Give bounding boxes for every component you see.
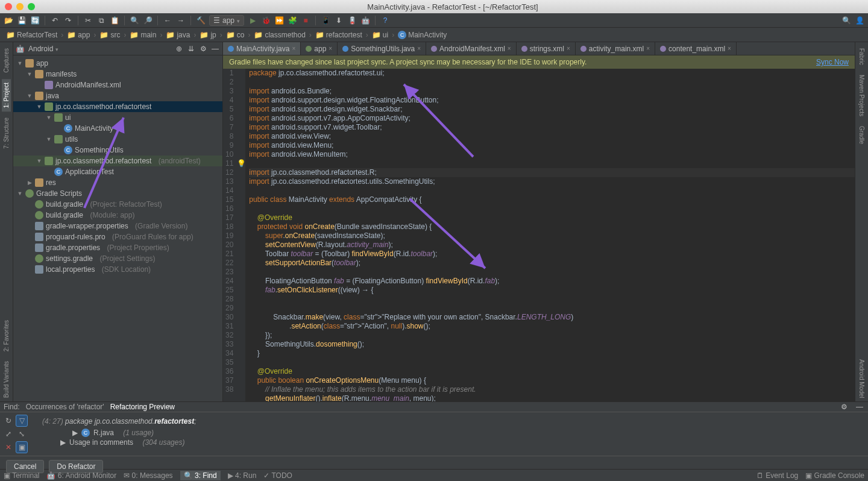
sdk-icon[interactable]: ⬇: [334, 16, 344, 25]
tree-node-manifests[interactable]: ▼manifests: [13, 69, 222, 80]
tab-content-main[interactable]: content_main.xml×: [655, 42, 737, 55]
breadcrumb-item[interactable]: 📁 app: [64, 30, 92, 40]
close-window-button[interactable]: [5, 3, 12, 10]
tree-file-local-props[interactable]: local.properties (SDK Location): [13, 264, 222, 275]
close-icon[interactable]: ×: [329, 45, 332, 52]
breadcrumb-item[interactable]: C MainActivity: [395, 30, 449, 40]
breadcrumb-item[interactable]: 📁 co: [224, 30, 247, 40]
preview-icon[interactable]: ▣: [16, 441, 28, 453]
minimize-window-button[interactable]: [16, 3, 24, 10]
tab-somethingutils[interactable]: SomethingUtils.java×: [338, 42, 426, 55]
status-messages[interactable]: ✉ 0: Messages: [124, 471, 172, 480]
collapse-icon[interactable]: ⤡: [16, 428, 28, 440]
sync-icon[interactable]: 🔄: [30, 16, 40, 25]
breadcrumb-item[interactable]: 📁 main: [127, 30, 159, 40]
tree-node-java[interactable]: ▼java: [13, 90, 222, 101]
left-tab-structure[interactable]: 7: Structure: [2, 114, 11, 152]
right-tab-fabric[interactable]: Fabric: [857, 45, 866, 69]
tree-node-gradle-scripts[interactable]: ▼Gradle Scripts: [13, 188, 222, 199]
avd-icon[interactable]: 📱: [321, 16, 330, 25]
gear-icon[interactable]: ⚙: [839, 402, 849, 412]
find-tab-refactor-preview[interactable]: Refactoring Preview: [110, 403, 175, 411]
open-icon[interactable]: 📂: [4, 16, 13, 25]
breadcrumb-item[interactable]: 📁 refactortest: [313, 30, 365, 40]
back-icon[interactable]: ←: [163, 16, 172, 25]
breadcrumb-item[interactable]: 📁 src: [97, 30, 122, 40]
status-gradle-console[interactable]: ▣ Gradle Console: [805, 471, 864, 480]
tab-app[interactable]: app×: [301, 42, 338, 55]
close-icon[interactable]: ×: [417, 45, 421, 52]
left-tab-project[interactable]: 1: Project: [2, 79, 11, 112]
find-result-row[interactable]: ▶Usage in comments (304 usages): [36, 438, 868, 447]
status-terminal[interactable]: ▣ Terminal: [4, 471, 39, 480]
undo-icon[interactable]: ↶: [50, 16, 60, 25]
debug-icon[interactable]: 🐞: [261, 16, 271, 25]
hide-panel-icon[interactable]: —: [855, 402, 864, 412]
run-config-selector[interactable]: ☰ app: [209, 15, 244, 26]
tree-file-settings-gradle[interactable]: settings.gradle (Project Settings): [13, 253, 222, 264]
tree-node-app[interactable]: ▼app: [13, 58, 222, 69]
tab-manifest[interactable]: AndroidManifest.xml×: [426, 42, 517, 55]
breadcrumb-item[interactable]: 📁 java: [163, 30, 192, 40]
copy-icon[interactable]: ⧉: [96, 16, 106, 25]
code-area[interactable]: package jp.co.classmethod.refactortest.u…: [245, 69, 855, 401]
find-result-row[interactable]: ▶CR.java (1 usage): [36, 428, 868, 438]
expand-icon[interactable]: ⤢: [2, 428, 14, 440]
tree-node-ui[interactable]: ▼ui: [13, 112, 222, 123]
right-tab-maven[interactable]: Maven Projects: [857, 71, 866, 120]
close-icon[interactable]: ×: [728, 45, 731, 52]
status-todo[interactable]: ✓ TODO: [263, 471, 292, 480]
rerun-icon[interactable]: ↻: [2, 415, 14, 427]
collapse-icon[interactable]: ⇊: [186, 44, 196, 54]
tree-node-res[interactable]: ▶res: [13, 177, 222, 188]
tree-node-utils[interactable]: ▼utils: [13, 134, 222, 145]
run-icon[interactable]: ▶: [248, 16, 257, 25]
tree-class-somethingutils[interactable]: CSomethingUtils: [13, 145, 222, 156]
left-tab-build-variants[interactable]: Build Variants: [2, 357, 11, 401]
tree-class-apptest[interactable]: CApplicationTest: [13, 166, 222, 177]
gear-icon[interactable]: ⚙: [198, 44, 208, 54]
tab-strings[interactable]: strings.xml×: [517, 42, 576, 55]
find-tab-occurrences[interactable]: Occurrences of 'refactor': [26, 403, 104, 411]
sync-now-link[interactable]: Sync Now: [816, 58, 849, 66]
code-editor[interactable]: 1234567891011121314151617181920212223242…: [223, 69, 855, 401]
help-icon[interactable]: ?: [380, 16, 390, 25]
breadcrumb-item[interactable]: 📁 ui: [370, 30, 391, 40]
left-tab-captures[interactable]: Captures: [2, 45, 11, 77]
user-icon[interactable]: 👤: [855, 16, 864, 25]
status-android-monitor[interactable]: 🤖 6: Android Monitor: [46, 471, 116, 480]
find-results[interactable]: (4: 27) package jp.co.classmethod.refact…: [36, 412, 868, 456]
ddms-icon[interactable]: 🪫: [347, 16, 357, 25]
tab-activity-main[interactable]: activity_main.xml×: [576, 42, 655, 55]
find-icon[interactable]: 🔍: [130, 16, 139, 25]
remove-icon[interactable]: ✕: [2, 441, 14, 453]
lightbulb-icon[interactable]: 💡: [237, 159, 246, 168]
save-icon[interactable]: 💾: [17, 16, 27, 25]
project-view-mode[interactable]: Android: [28, 45, 58, 53]
find-summary-row[interactable]: (4: 27) package jp.co.classmethod.refact…: [36, 415, 868, 428]
breadcrumb-item[interactable]: 📁 jp: [197, 30, 218, 40]
right-tab-android-model[interactable]: Android Model: [857, 356, 866, 401]
hide-panel-icon[interactable]: —: [210, 44, 220, 54]
close-icon[interactable]: ×: [292, 45, 295, 52]
close-icon[interactable]: ×: [508, 45, 511, 52]
close-icon[interactable]: ×: [567, 45, 570, 52]
tree-node-pkg-main[interactable]: ▼jp.co.classmethod.refactortest: [13, 101, 222, 112]
stop-icon[interactable]: ■: [301, 16, 310, 25]
forward-icon[interactable]: →: [176, 16, 186, 25]
attach-icon[interactable]: 🧩: [288, 16, 297, 25]
filter-icon[interactable]: ▽: [16, 415, 28, 427]
cut-icon[interactable]: ✂: [83, 16, 93, 25]
replace-icon[interactable]: 🔎: [143, 16, 153, 25]
tree-file-gradle[interactable]: gradle-wrapper.properties (Gradle Versio…: [13, 221, 222, 231]
zoom-window-button[interactable]: [28, 3, 35, 10]
tree-file-manifest[interactable]: AndroidManifest.xml: [13, 80, 222, 90]
project-tree[interactable]: ▼app ▼manifests AndroidManifest.xml ▼jav…: [13, 55, 222, 401]
search-everywhere-icon[interactable]: 🔍: [841, 16, 851, 25]
close-icon[interactable]: ×: [646, 45, 650, 52]
scroll-from-source-icon[interactable]: ⊕: [174, 44, 184, 54]
tab-mainactivity[interactable]: MainActivity.java×: [223, 42, 301, 55]
tree-node-pkg-test[interactable]: ▼jp.co.classmethod.refactortest (android…: [13, 156, 222, 166]
redo-icon[interactable]: ↷: [63, 16, 73, 25]
status-event-log[interactable]: 🗒 Event Log: [756, 471, 798, 480]
